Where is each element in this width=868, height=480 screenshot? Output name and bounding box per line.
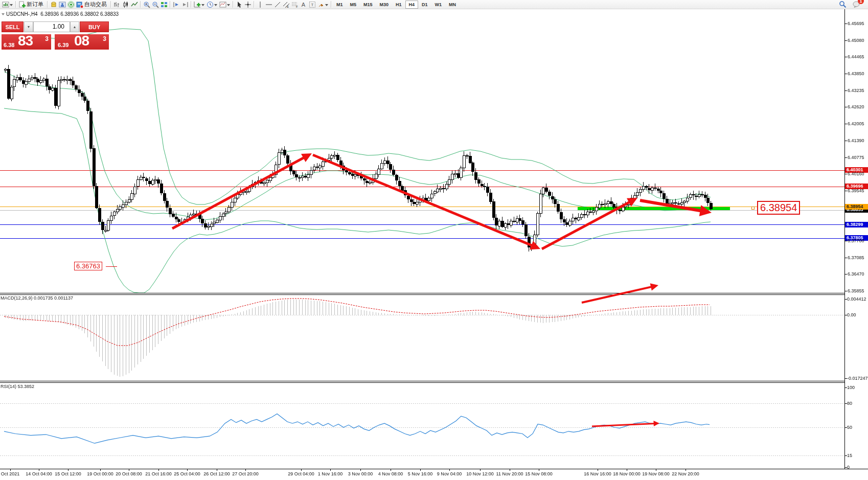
timeframe-m15-button[interactable]: M15 [360, 1, 376, 9]
time-axis-label: 15 Nov 08:00 [525, 471, 553, 476]
zoom-in-icon[interactable] [142, 1, 151, 9]
timeframe-h1-button[interactable]: H1 [392, 1, 405, 9]
auto-scroll-icon[interactable] [172, 1, 180, 9]
buy-price-sup: 3 [103, 35, 106, 42]
target-price-anchor[interactable] [751, 207, 755, 210]
one-click-collapse-icon[interactable] [2, 13, 5, 17]
separator [331, 1, 331, 8]
mt4-terminal-window: 新订单 自动交易 [0, 0, 868, 480]
svg-text:E: E [287, 5, 289, 8]
sell-price-big: 83 [18, 33, 33, 49]
price-tick-label: 6.40775 [848, 155, 864, 160]
svg-text:T: T [311, 3, 313, 7]
cursor-icon[interactable] [235, 1, 243, 9]
swing-low-price-label[interactable]: 6.36763 [74, 262, 102, 270]
fibonacci-icon[interactable]: F [290, 1, 299, 9]
chart-canvas[interactable] [0, 0, 868, 480]
toolbar-right-group: 1 [838, 1, 868, 9]
price-tick-label: 6.37700 [848, 238, 864, 243]
time-axis-label: 21 Oct 16:00 [145, 471, 172, 476]
price-tick-label: 6.42005 [848, 121, 864, 126]
time-axis-label: 5 Nov 16:00 [408, 471, 433, 476]
one-click-trading-panel: SELL ▼ 1.00 ▲ BUY 6.38 83 3 6.39 08 3 [2, 21, 109, 50]
target-price-label[interactable]: 6.38954 [757, 201, 800, 215]
charts-dropdown-caret[interactable] [10, 4, 13, 8]
autotrading-button[interactable]: 自动交易 [84, 1, 107, 8]
separator [191, 1, 191, 8]
sell-button[interactable]: SELL [2, 21, 24, 32]
tile-windows-icon[interactable] [159, 1, 168, 9]
buy-button[interactable]: BUY [80, 21, 109, 32]
bar-chart-icon[interactable] [112, 1, 121, 9]
signals-icon[interactable] [66, 1, 75, 9]
time-axis-label: 25 Oct 04:00 [174, 471, 200, 476]
horizontal-line-icon[interactable] [264, 1, 273, 9]
symbol-period-label: USDCNH-,H4 [6, 11, 38, 17]
indicator-axis-label: 0.00 [847, 312, 856, 317]
templates-dropdown-caret[interactable] [227, 4, 230, 8]
line-chart-icon[interactable] [130, 1, 139, 9]
indicator-axis-label: -0.017247 [847, 376, 868, 381]
svg-text:F: F [296, 5, 298, 8]
price-tick-label: 6.41390 [848, 138, 864, 143]
time-axis-label: 29 Oct 04:00 [288, 471, 314, 476]
price-tick-label: 6.45080 [848, 38, 864, 43]
search-icon[interactable] [838, 1, 847, 9]
equidistant-channel-icon[interactable]: E [282, 1, 290, 9]
timeframe-m1-button[interactable]: M1 [333, 1, 347, 9]
buy-price-prefix: 6.39 [58, 42, 68, 48]
new-order-icon[interactable] [17, 1, 26, 9]
new-order-button[interactable]: 新订单 [27, 1, 43, 8]
indicator-axis-label: 100 [847, 385, 855, 390]
templates-icon[interactable] [218, 1, 227, 9]
terminal-icon[interactable] [58, 1, 66, 9]
timeframe-toolbar: M1M5M15M30H1H4D1W1MN [333, 1, 460, 9]
price-tick-label: 6.35855 [848, 288, 864, 293]
time-axis-label: 11 Nov 20:00 [496, 471, 523, 476]
notifications-icon[interactable]: 1 [852, 1, 861, 9]
indicators-dropdown-caret[interactable] [201, 4, 204, 8]
volume-increase-button[interactable]: ▲ [70, 21, 79, 32]
candlestick-chart-icon[interactable] [121, 1, 130, 9]
timeframe-m5-button[interactable]: M5 [347, 1, 360, 9]
separator [47, 1, 48, 8]
timeframe-d1-button[interactable]: D1 [418, 1, 431, 9]
indicators-icon[interactable] [193, 1, 201, 9]
history-center-icon[interactable] [49, 1, 58, 9]
price-level-badge: 6.38954 [845, 204, 868, 210]
autotrading-icon[interactable] [75, 1, 84, 9]
macd-indicator-label: MACD(12,26,9) 0.001735 0.001137 [1, 295, 73, 301]
timeframe-w1-button[interactable]: W1 [431, 1, 446, 9]
timeframe-m30-button[interactable]: M30 [376, 1, 393, 9]
zoom-out-icon[interactable] [151, 1, 159, 9]
sell-price-sup: 3 [45, 35, 49, 42]
timeframe-mn-button[interactable]: MN [445, 1, 460, 9]
chart-shift-icon[interactable] [180, 1, 189, 9]
periods-dropdown-caret[interactable] [214, 4, 217, 8]
price-tick-label: 6.43235 [848, 88, 864, 93]
price-tick-label: 6.40160 [848, 171, 864, 176]
price-tick-label: 6.37085 [848, 255, 864, 260]
arrows-shapes-icon[interactable] [316, 1, 325, 9]
time-axis-label: 4 Nov 08:00 [378, 471, 403, 476]
trendline-icon[interactable] [273, 1, 282, 9]
shapes-dropdown-caret[interactable] [325, 4, 328, 8]
time-axis-label: 19 Oct 00:00 [87, 471, 113, 476]
indicator-axis-label: 80 [847, 401, 852, 406]
rsi-indicator-label: RSI(14) 53.3852 [1, 384, 34, 389]
time-axis-label: 14 Oct 04:00 [26, 471, 52, 476]
buy-price-display[interactable]: 6.39 08 3 [55, 34, 109, 50]
time-axis-label: 26 Oct 12:00 [203, 471, 230, 476]
volume-decrease-button[interactable]: ▼ [24, 21, 33, 32]
text-label-icon[interactable]: T [308, 1, 316, 9]
periods-icon[interactable] [205, 1, 214, 9]
sell-price-display[interactable]: 6.38 83 3 [2, 34, 51, 50]
crosshair-icon[interactable] [243, 1, 252, 9]
volume-input[interactable]: 1.00 [33, 21, 70, 32]
main-toolbar: 新订单 自动交易 [0, 0, 868, 9]
vertical-line-icon[interactable] [256, 1, 264, 9]
indicator-axis-label: 15 [847, 453, 852, 458]
charts-window-icon[interactable] [1, 1, 10, 9]
timeframe-h4-button[interactable]: H4 [405, 1, 419, 9]
text-icon[interactable]: A [299, 1, 308, 9]
